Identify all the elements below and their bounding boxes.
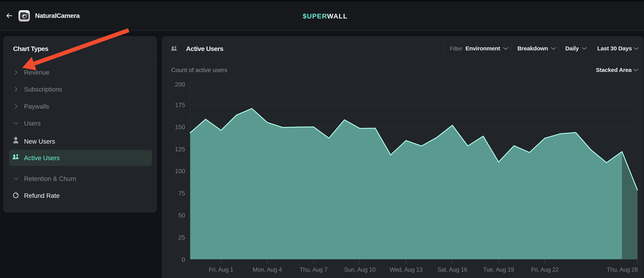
svg-text:100: 100 (175, 168, 185, 175)
svg-text:Fri, Aug 1: Fri, Aug 1 (209, 266, 233, 273)
svg-text:Thu, Aug 7: Thu, Aug 7 (300, 266, 328, 273)
svg-text:125: 125 (175, 146, 185, 153)
svg-text:Wed, Aug 13: Wed, Aug 13 (390, 266, 422, 273)
svg-text:Tue, Aug 19: Tue, Aug 19 (483, 266, 514, 273)
svg-text:Fri, Aug 22: Fri, Aug 22 (531, 266, 558, 273)
svg-text:Sun, Aug 10: Sun, Aug 10 (344, 266, 376, 273)
svg-text:Sat, Aug 16: Sat, Aug 16 (438, 266, 467, 273)
svg-text:150: 150 (175, 124, 185, 131)
svg-text:Thu, Aug 28: Thu, Aug 28 (607, 266, 638, 273)
svg-text:25: 25 (178, 234, 185, 241)
svg-text:Mon, Aug 4: Mon, Aug 4 (253, 266, 282, 273)
svg-text:75: 75 (178, 190, 185, 197)
svg-text:200: 200 (175, 81, 185, 88)
svg-text:0: 0 (182, 256, 185, 263)
svg-text:50: 50 (178, 212, 185, 219)
svg-text:175: 175 (175, 101, 185, 108)
